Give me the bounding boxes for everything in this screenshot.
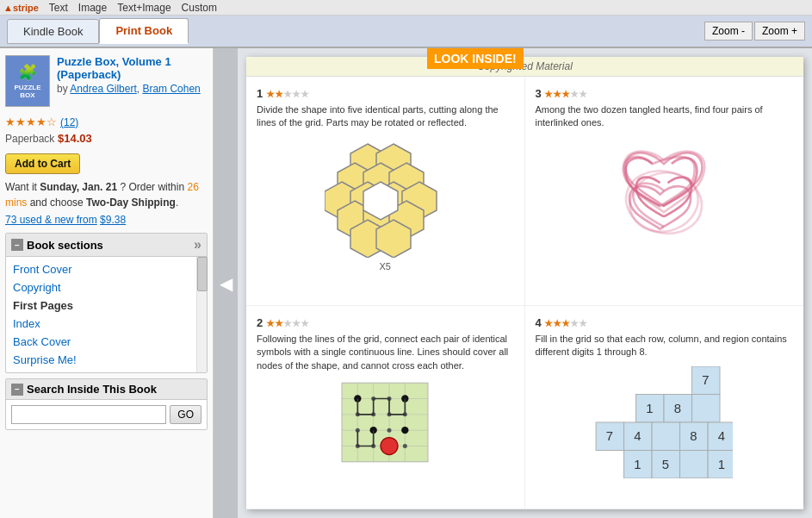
- svg-point-42: [381, 438, 398, 455]
- tab-bar: Kindle Book Print Book Zoom - Zoom +: [0, 16, 812, 48]
- book-info: 🧩 PUZZLEBOX Puzzle Box, Volume 1 (Paperb…: [5, 55, 208, 107]
- delivery-text: Want it: [5, 181, 37, 193]
- section-front-cover[interactable]: Front Cover: [6, 260, 207, 278]
- toolbar-text-image[interactable]: Text+Image: [117, 2, 170, 14]
- svg-rect-53: [692, 394, 721, 422]
- search-header[interactable]: − Search Inside This Book: [6, 379, 207, 400]
- expand-arrow: »: [194, 237, 201, 253]
- puzzle-4: 4 ★★★★★ Fill in the grid so that each ro…: [525, 306, 804, 509]
- puzzle-1-label: X5: [257, 261, 514, 271]
- page-content: 1 ★★★★★ Divide the shape into five ident…: [246, 77, 803, 509]
- svg-text:7: 7: [702, 373, 709, 387]
- puzzle-3-image: [595, 137, 733, 275]
- delivery-day: Sunday, Jan. 21: [40, 181, 117, 193]
- section-surprise[interactable]: Surprise Me!: [6, 351, 207, 369]
- puzzle-4-description: Fill in the grid so that each row, colum…: [536, 333, 794, 359]
- search-go-button[interactable]: GO: [170, 405, 201, 424]
- search-collapse-icon: −: [11, 384, 23, 396]
- puzzle-1: 1 ★★★★★ Divide the shape into five ident…: [246, 77, 525, 306]
- search-input[interactable]: [11, 405, 166, 424]
- toolbar-text[interactable]: Text: [49, 2, 68, 14]
- puzzle-2-stars: ★★★★★: [266, 318, 309, 328]
- toolbar-custom[interactable]: Custom: [182, 2, 217, 14]
- puzzle-3: 3 ★★★★★ Among the two dozen tangled hear…: [525, 77, 804, 306]
- section-list: Front Cover Copyright First Pages Index …: [6, 257, 207, 372]
- puzzle-3-number: 3 ★★★★★: [536, 87, 794, 100]
- look-inside-text: LOOK INSIDE!: [434, 52, 517, 66]
- price-row: Paperback $14.03: [5, 132, 208, 145]
- svg-rect-58: [652, 422, 680, 451]
- svg-text:4: 4: [718, 429, 725, 443]
- toolbar-logo: ▲stripe: [3, 3, 39, 13]
- star-rating: ★★★★☆: [5, 115, 57, 128]
- main-layout: 🧩 PUZZLEBOX Puzzle Box, Volume 1 (Paperb…: [0, 48, 812, 518]
- search-row: GO: [6, 400, 207, 429]
- zoom-controls: Zoom - Zoom +: [704, 22, 805, 41]
- book-title[interactable]: Puzzle Box, Volume 1 (Paperback): [57, 55, 208, 81]
- section-back-cover[interactable]: Back Cover: [6, 333, 207, 351]
- svg-point-46: [401, 427, 408, 434]
- svg-text:8: 8: [690, 429, 697, 443]
- svg-text:5: 5: [662, 458, 669, 471]
- svg-text:1: 1: [718, 458, 725, 471]
- delivery-and: and choose: [30, 197, 84, 209]
- puzzle-4-number: 4 ★★★★★: [536, 316, 794, 329]
- puzzle-2-image: [333, 379, 437, 465]
- used-price-link[interactable]: $9.38: [100, 214, 126, 226]
- used-new-link[interactable]: 73 used & new from: [5, 214, 97, 226]
- book-price: $14.03: [58, 132, 92, 145]
- scrollbar-track: [196, 257, 207, 372]
- section-index[interactable]: Index: [6, 315, 207, 333]
- section-copyright[interactable]: Copyright: [6, 278, 207, 296]
- puzzle-2-description: Following the lines of the grid, connect…: [257, 333, 514, 372]
- book-sections-panel: − Book sections » Front Cover Copyright …: [5, 233, 208, 373]
- search-panel: − Search Inside This Book GO: [5, 378, 208, 430]
- collapse-icon: −: [11, 239, 23, 251]
- scrollbar-thumb[interactable]: [197, 257, 208, 291]
- toolbar-image[interactable]: Image: [78, 2, 107, 14]
- look-inside-logo[interactable]: LOOK INSIDE!: [427, 48, 524, 69]
- delivery-shipping: Two-Day Shipping: [86, 197, 176, 209]
- puzzle-4-image: 7 1 8 7 4: [595, 366, 733, 478]
- section-list-container: Front Cover Copyright First Pages Index …: [6, 257, 207, 372]
- author-1-link[interactable]: Andrea Gilbert: [70, 83, 136, 95]
- copyrighted-banner: Copyrighted Material: [246, 57, 803, 77]
- book-authors: by Andrea Gilbert, Bram Cohen: [57, 83, 208, 95]
- top-toolbar: ▲stripe Text Image Text+Image Custom: [0, 0, 812, 16]
- svg-point-36: [387, 428, 392, 433]
- book-cover-image: 🧩 PUZZLEBOX: [5, 55, 50, 107]
- tab-print[interactable]: Print Book: [99, 18, 189, 44]
- author-2-link[interactable]: Bram Cohen: [142, 83, 200, 95]
- format-label: Paperback: [5, 133, 54, 145]
- puzzle-1-stars: ★★★★★: [266, 89, 309, 99]
- sidebar: 🧩 PUZZLEBOX Puzzle Box, Volume 1 (Paperb…: [0, 48, 214, 518]
- puzzle-1-number: 1 ★★★★★: [257, 87, 514, 100]
- cover-text: PUZZLEBOX: [14, 84, 40, 99]
- svg-text:8: 8: [674, 402, 681, 415]
- puzzle-4-stars: ★★★★★: [544, 318, 587, 328]
- zoom-in-button[interactable]: Zoom +: [754, 22, 805, 41]
- puzzle-1-image: [325, 137, 445, 258]
- book-page: Copyrighted Material 1 ★★★★★ Divide the …: [246, 57, 803, 509]
- delivery-question: ? Order within: [120, 181, 184, 193]
- review-count[interactable]: (12): [60, 116, 78, 128]
- zoom-out-button[interactable]: Zoom -: [704, 22, 753, 41]
- svg-text:4: 4: [634, 429, 641, 443]
- section-first-pages[interactable]: First Pages: [6, 296, 207, 315]
- delivery-info: Want it Sunday, Jan. 21 ? Order within 2…: [5, 179, 208, 210]
- svg-text:1: 1: [634, 458, 641, 471]
- tab-kindle[interactable]: Kindle Book: [7, 19, 99, 44]
- puzzle-1-description: Divide the shape into five identical par…: [257, 103, 514, 130]
- prev-page-arrow[interactable]: ◀: [214, 48, 238, 518]
- puzzle-icon: 🧩: [18, 63, 37, 82]
- search-title: Search Inside This Book: [27, 383, 157, 396]
- puzzle-3-stars: ★★★★★: [544, 89, 587, 99]
- add-to-cart-button[interactable]: Add to Cart: [5, 153, 80, 174]
- svg-point-41: [403, 444, 407, 448]
- puzzle-2-number: 2 ★★★★★: [257, 316, 514, 329]
- used-new-row: 73 used & new from $9.38: [5, 214, 208, 226]
- book-sections-header[interactable]: − Book sections »: [6, 234, 207, 257]
- svg-text:7: 7: [606, 429, 613, 443]
- book-sections-title: Book sections: [27, 239, 103, 252]
- puzzle-2: 2 ★★★★★ Following the lines of the grid,…: [246, 306, 525, 509]
